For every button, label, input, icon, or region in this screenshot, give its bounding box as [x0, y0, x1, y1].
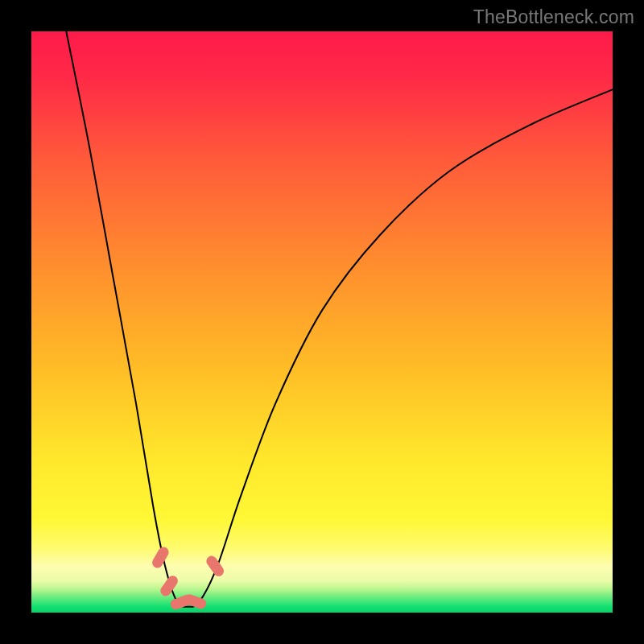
watermark-text: TheBottleneck.com: [473, 6, 634, 28]
curve-path: [66, 31, 613, 607]
trough-marker: [159, 574, 180, 598]
trough-marker: [204, 554, 226, 578]
trough-markers: [151, 545, 226, 611]
plot-frame: [31, 31, 613, 613]
bottleneck-curve: [31, 31, 613, 613]
trough-marker: [151, 545, 171, 570]
